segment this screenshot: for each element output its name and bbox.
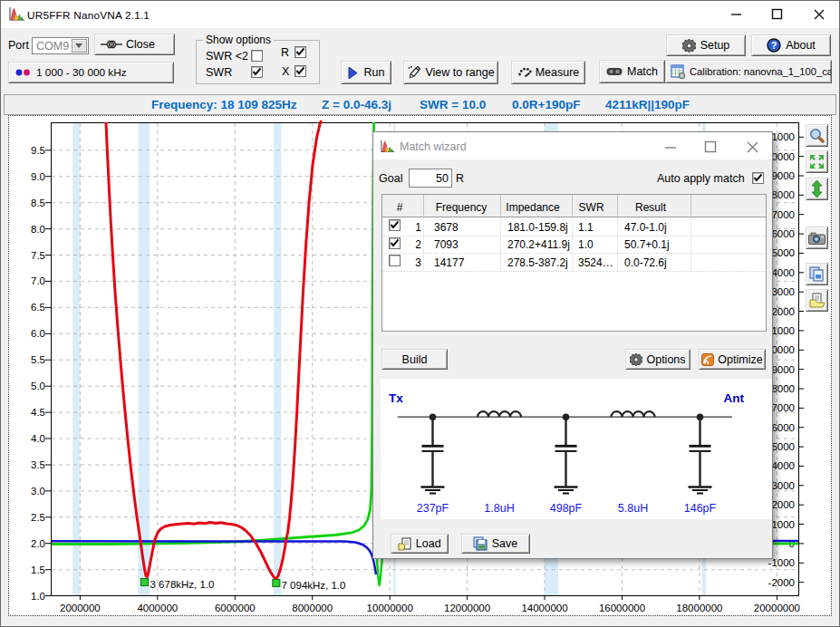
svg-text:3 678kHz, 1.0: 3 678kHz, 1.0 <box>150 579 215 590</box>
svg-text:20000000: 20000000 <box>754 603 800 613</box>
svg-text:7.5: 7.5 <box>31 250 45 261</box>
svg-text:18000000: 18000000 <box>676 603 722 613</box>
svg-text:12000000: 12000000 <box>444 603 490 613</box>
svg-text:7000: 7000 <box>771 402 795 413</box>
svg-text:2.0: 2.0 <box>31 538 45 549</box>
svg-text:7 094kHz, 1.0: 7 094kHz, 1.0 <box>282 580 346 591</box>
svg-text:6000: 6000 <box>771 422 795 433</box>
svg-text:9.5: 9.5 <box>31 145 45 156</box>
svg-text:5000: 5000 <box>771 441 795 452</box>
svg-text:3000: 3000 <box>771 480 795 491</box>
svg-text:2000: 2000 <box>771 499 795 510</box>
svg-text:498pF: 498pF <box>550 502 583 515</box>
svg-text:8000000: 8000000 <box>292 603 333 613</box>
svg-text:8.5: 8.5 <box>31 198 45 208</box>
svg-text:5.5: 5.5 <box>31 354 45 365</box>
svg-text:16000000: 16000000 <box>599 603 645 613</box>
svg-text:1.0: 1.0 <box>31 591 45 602</box>
svg-text:1.5: 1.5 <box>31 564 45 575</box>
svg-text:?: ? <box>771 40 777 51</box>
svg-text:146pF: 146pF <box>684 502 717 515</box>
svg-text:4000: 4000 <box>771 460 795 471</box>
svg-text:237pF: 237pF <box>417 502 449 515</box>
svg-text:3.5: 3.5 <box>31 459 45 470</box>
svg-text:8.0: 8.0 <box>31 224 45 235</box>
svg-text:5.8uH: 5.8uH <box>618 502 648 515</box>
svg-text:-1000: -1000 <box>768 557 795 568</box>
svg-text:4.0: 4.0 <box>31 433 45 444</box>
svg-text:4.5: 4.5 <box>31 407 45 418</box>
svg-text:9000: 9000 <box>771 364 795 375</box>
svg-text:9.0: 9.0 <box>31 171 45 182</box>
svg-text:6000000: 6000000 <box>215 603 256 613</box>
svg-text:6.5: 6.5 <box>31 302 45 313</box>
svg-text:7.0: 7.0 <box>31 275 45 286</box>
svg-text:14000000: 14000000 <box>521 603 567 613</box>
svg-text:3.0: 3.0 <box>31 486 45 497</box>
svg-text:1.8uH: 1.8uH <box>484 502 514 515</box>
svg-text:10000000: 10000000 <box>367 603 413 613</box>
svg-text:8000: 8000 <box>771 383 795 394</box>
svg-text:Ant: Ant <box>724 391 745 405</box>
svg-text:1000: 1000 <box>771 519 795 530</box>
svg-text:2000000: 2000000 <box>60 603 101 613</box>
svg-text:6.0: 6.0 <box>31 328 45 339</box>
svg-text:Tx: Tx <box>389 391 403 405</box>
svg-text:2.5: 2.5 <box>31 512 45 523</box>
svg-text:5.0: 5.0 <box>31 381 45 391</box>
svg-text:-2000: -2000 <box>768 577 795 588</box>
svg-text:4000000: 4000000 <box>137 603 178 613</box>
